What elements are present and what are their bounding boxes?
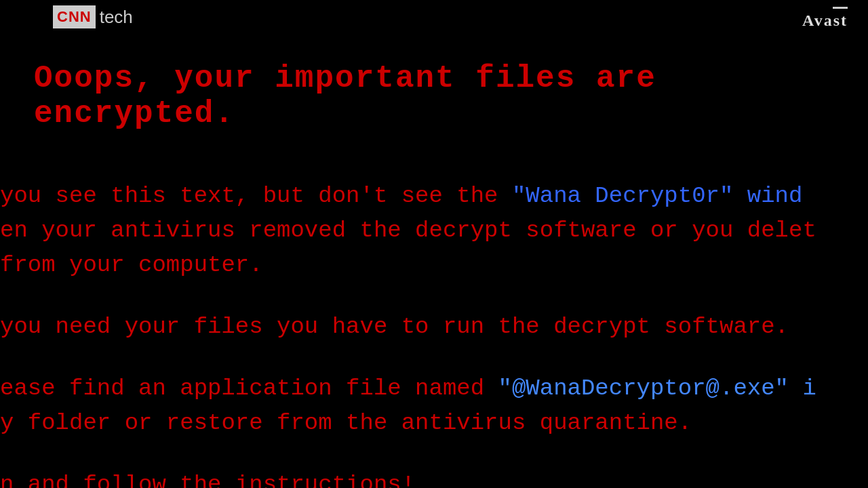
line6-prefix: y folder or restore from the antivirus q… — [0, 410, 692, 436]
text-line-1: you see this text, but don't see the "Wa… — [0, 179, 868, 214]
line1-highlight: "Wana Decrypt0r" wind — [512, 183, 802, 209]
body-text: you see this text, but don't see the "Wa… — [0, 179, 868, 488]
tech-text: tech — [96, 7, 133, 28]
text-line-2: en your antivirus removed the decrypt so… — [0, 214, 868, 248]
cnn-text: CNN — [57, 8, 92, 26]
avast-logo: Avast — [802, 7, 848, 30]
line1-prefix: you see this text, but don't see the — [0, 183, 512, 209]
spacer1 — [0, 283, 868, 310]
headline-text: Ooops, your important files are encrypte… — [0, 54, 868, 138]
text-line-7: n and follow the instructions! — [0, 468, 868, 488]
text-line-3: from your computer. — [0, 248, 868, 283]
text-line-6: y folder or restore from the antivirus q… — [0, 406, 868, 441]
line3-prefix: from your computer. — [0, 252, 263, 278]
line5-prefix: ease find an application file named — [0, 375, 498, 401]
text-line-4: you need your files you have to run the … — [0, 310, 868, 344]
avast-bar — [833, 7, 848, 9]
avast-text: Avast — [802, 12, 848, 30]
line4-prefix: you need your files you have to run the … — [0, 314, 789, 340]
main-content: Ooops, your important files are encrypte… — [0, 54, 868, 488]
line7-prefix: n and follow the instructions! — [0, 472, 415, 488]
spacer3 — [0, 441, 868, 468]
line2-prefix: en your antivirus removed the decrypt so… — [0, 218, 816, 243]
spacer2 — [0, 344, 868, 371]
cnn-box: CNN — [53, 5, 96, 28]
cnn-tech-logo: CNN tech — [53, 5, 133, 28]
line5-highlight: "@WanaDecryptor@.exe" i — [498, 375, 816, 401]
text-line-5: ease find an application file named "@Wa… — [0, 371, 868, 406]
